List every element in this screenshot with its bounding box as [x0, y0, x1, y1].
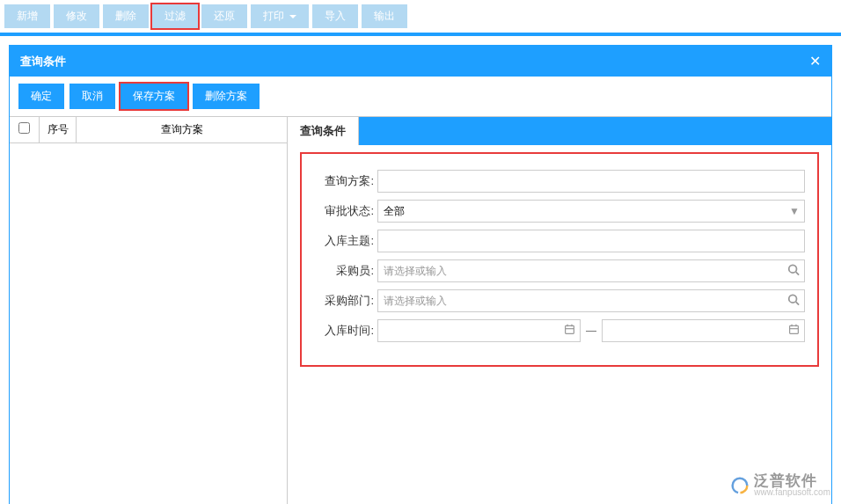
import-button[interactable]: 导入 — [312, 4, 358, 28]
watermark-text: 泛普软件 — [754, 473, 830, 488]
label-scheme: 查询方案: — [314, 173, 377, 189]
delete-button[interactable]: 删除 — [103, 4, 149, 28]
label-buyer: 采购员: — [314, 263, 377, 279]
label-time: 入库时间: — [314, 323, 377, 339]
query-panel: 查询条件 ✕ 确定 取消 保存方案 删除方案 序号 查询方案 查询条件 — [9, 45, 832, 504]
input-scheme[interactable] — [377, 170, 805, 193]
row-subject: 入库主题: — [314, 230, 805, 252]
new-button[interactable]: 新增 — [4, 4, 50, 28]
watermark-url: www.fanpusoft.com — [754, 488, 830, 497]
input-buyer[interactable] — [377, 259, 805, 282]
watermark: 泛普软件 www.fanpusoft.com — [731, 473, 830, 497]
table-header: 序号 查询方案 — [10, 117, 287, 143]
label-dept: 采购部门: — [314, 293, 377, 309]
row-scheme: 查询方案: — [314, 170, 805, 193]
panel-title: 查询条件 — [20, 54, 66, 69]
row-approval: 审批状态: 全部 ▼ — [314, 200, 805, 223]
input-subject[interactable] — [377, 230, 805, 252]
cancel-button[interactable]: 取消 — [69, 84, 115, 109]
modify-button[interactable]: 修改 — [54, 4, 99, 28]
filter-button[interactable]: 过滤 — [152, 4, 198, 28]
input-date-to[interactable] — [602, 319, 805, 342]
row-buyer: 采购员: — [314, 259, 805, 282]
print-button[interactable]: 打印 — [251, 4, 309, 28]
label-approval: 审批状态: — [314, 203, 377, 219]
logo-icon — [731, 477, 749, 494]
panel-header: 查询条件 ✕ — [10, 46, 831, 77]
restore-button[interactable]: 还原 — [201, 4, 247, 28]
action-bar: 确定 取消 保存方案 删除方案 — [10, 77, 831, 116]
close-icon[interactable]: ✕ — [809, 53, 821, 69]
input-date-from[interactable] — [377, 319, 581, 342]
content-row: 序号 查询方案 查询条件 查询方案: 审批状态: 全部 — [10, 116, 831, 504]
scheme-list-panel: 序号 查询方案 — [10, 117, 288, 504]
select-all-checkbox[interactable] — [18, 122, 30, 134]
export-button[interactable]: 输出 — [362, 4, 407, 28]
tab-bar: 查询条件 — [288, 117, 831, 145]
tab-conditions[interactable]: 查询条件 — [288, 117, 359, 145]
range-separator: — — [586, 325, 596, 337]
confirm-button[interactable]: 确定 — [18, 84, 64, 109]
form-panel: 查询条件 查询方案: 审批状态: 全部 ▼ — [288, 117, 831, 504]
header-seq: 序号 — [40, 117, 77, 142]
form-area: 查询方案: 审批状态: 全部 ▼ 入库主题: — [300, 152, 819, 367]
input-dept[interactable] — [377, 289, 805, 312]
row-dept: 采购部门: — [314, 289, 805, 312]
delete-scheme-button[interactable]: 删除方案 — [193, 84, 260, 109]
header-checkbox-cell — [10, 117, 40, 142]
select-approval[interactable]: 全部 — [377, 200, 805, 223]
label-subject: 入库主题: — [314, 233, 377, 249]
header-scheme: 查询方案 — [77, 117, 287, 142]
top-toolbar: 新增 修改 删除 过滤 还原 打印 导入 输出 — [0, 0, 841, 33]
row-time: 入库时间: — — [314, 319, 805, 342]
save-scheme-button[interactable]: 保存方案 — [121, 84, 187, 109]
separator — [0, 33, 841, 36]
